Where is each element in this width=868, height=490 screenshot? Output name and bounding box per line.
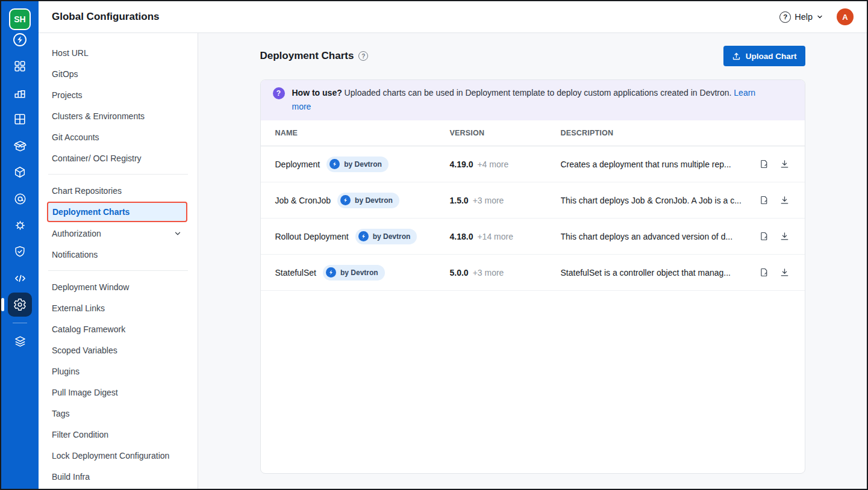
devtron-badge-icon [340, 195, 351, 205]
chart-name: StatefulSet [275, 268, 317, 278]
sidebar-item-lock-deployment-configuration[interactable]: Lock Deployment Configuration [39, 445, 198, 466]
column-description: DESCRIPTION [561, 129, 751, 137]
chevron-down-icon [816, 13, 823, 20]
sidebar-item-notifications[interactable]: Notifications [39, 244, 198, 265]
chart-description: This chart deploys an advanced version o… [561, 232, 751, 241]
question-badge-icon: ? [273, 87, 285, 99]
chart-name: Rollout Deployment [275, 232, 349, 241]
sidebar-item-scoped-variables[interactable]: Scoped Variables [39, 340, 198, 361]
download-chart-icon[interactable] [779, 195, 790, 206]
more-versions[interactable]: +4 more [477, 160, 508, 169]
sidebar-item-gitops[interactable]: GitOps [39, 63, 198, 84]
devtron-badge-icon [329, 159, 340, 169]
sidebar-item-build-infra[interactable]: Build Infra [39, 466, 198, 487]
sidebar-item-pull-image-digest[interactable]: Pull Image Digest [39, 382, 198, 403]
app-group-icon[interactable] [8, 79, 32, 106]
help-icon: ? [779, 11, 791, 23]
sidebar-item-host-url[interactable]: Host URL [39, 42, 198, 63]
selected-item-highlight[interactable]: Deployment Charts [47, 202, 187, 222]
column-name: NAME [275, 129, 450, 137]
more-versions[interactable]: +3 more [473, 196, 504, 205]
resource-browser-icon[interactable] [8, 159, 32, 185]
rail-divider [13, 323, 27, 323]
chart-row[interactable]: Deployment by Devtron 4.19.0+4 more Crea… [261, 146, 805, 182]
chart-version: 4.18.0 [450, 232, 473, 241]
more-versions[interactable]: +3 more [473, 268, 504, 278]
by-devtron-badge: by Devtron [337, 193, 399, 208]
by-devtron-badge: by Devtron [326, 157, 389, 172]
chart-row[interactable]: Rollout Deployment by Devtron 4.18.0+14 … [261, 219, 805, 255]
devtron-badge-icon [358, 231, 369, 241]
chart-name: Job & CronJob [275, 196, 331, 205]
help-label: Help [795, 12, 813, 22]
by-devtron-badge: by Devtron [323, 265, 385, 281]
shield-check-icon[interactable] [8, 238, 32, 265]
sidebar-item-projects[interactable]: Projects [39, 84, 198, 105]
top-header: Global Configurations ? Help A [39, 1, 867, 33]
column-version: VERSION [450, 129, 561, 137]
chart-row[interactable]: Job & CronJob by Devtron 1.5.0+3 more Th… [261, 182, 805, 219]
how-to-use-banner: ? How to use? Uploaded charts can be use… [261, 80, 805, 120]
sidebar-item-chart-repositories[interactable]: Chart Repositories [39, 180, 198, 201]
chart-description: This chart deploys Job & CronJob. A Job … [561, 196, 751, 205]
chart-store-icon[interactable] [8, 132, 32, 159]
sidebar-item-container-oci-registry[interactable]: Container/ OCI Registry [39, 147, 198, 169]
chevron-down-icon [173, 229, 182, 238]
nav-rail: SH [1, 1, 39, 489]
devtron-logo-icon[interactable] [11, 31, 28, 48]
preview-values-icon[interactable] [759, 195, 770, 206]
sidebar-item-authorization[interactable]: Authorization [39, 223, 198, 244]
page-title: Global Configurations [52, 11, 160, 23]
section-title: Deployment Charts [260, 50, 354, 62]
table-header: NAME VERSION DESCRIPTION [261, 120, 805, 146]
sidebar-divider [48, 174, 188, 175]
chart-version: 1.5.0 [450, 196, 469, 205]
sidebar-item-external-links[interactable]: External Links [39, 297, 198, 318]
sidebar-divider [48, 270, 188, 271]
org-logo[interactable]: SH [9, 8, 31, 30]
chart-description: Creates a deployment that runs multiple … [561, 160, 751, 169]
chart-version: 4.19.0 [450, 160, 473, 169]
devtron-badge-icon [326, 267, 336, 278]
app-window: SH [0, 0, 868, 490]
chart-name: Deployment [275, 160, 320, 169]
download-chart-icon[interactable] [779, 231, 790, 242]
upload-icon [732, 52, 741, 61]
sidebar-item-filter-condition[interactable]: Filter Condition [39, 424, 198, 445]
preview-values-icon[interactable] [759, 159, 770, 170]
more-versions[interactable]: +14 more [477, 232, 513, 241]
sidebar-item-tags[interactable]: Tags [39, 403, 198, 424]
sidebar-item-deployment-charts[interactable]: Deployment Charts [39, 201, 198, 223]
wheel-icon[interactable] [8, 212, 32, 238]
sidebar-item-git-accounts[interactable]: Git Accounts [39, 126, 198, 147]
by-devtron-badge: by Devtron [355, 229, 417, 244]
upload-chart-button[interactable]: Upload Chart [723, 46, 805, 66]
preview-values-icon[interactable] [759, 267, 770, 278]
help-menu[interactable]: ? Help [779, 11, 823, 23]
jobs-icon[interactable] [8, 106, 32, 132]
charts-card: ? How to use? Uploaded charts can be use… [260, 79, 805, 474]
code-icon[interactable] [8, 265, 32, 291]
sidebar-item-deployment-window[interactable]: Deployment Window [39, 276, 198, 297]
sidebar-item-plugins[interactable]: Plugins [39, 361, 198, 382]
sidebar-item-clusters-environments[interactable]: Clusters & Environments [39, 105, 198, 126]
section-help-icon[interactable]: ? [358, 51, 368, 61]
chart-version: 5.0.0 [450, 268, 469, 278]
apps-icon[interactable] [8, 53, 32, 79]
banner-bold-text: How to use? [292, 88, 342, 98]
download-chart-icon[interactable] [779, 267, 790, 278]
config-sidebar: Host URL GitOps Projects Clusters & Envi… [39, 33, 198, 489]
preview-values-icon[interactable] [759, 231, 770, 242]
chart-row[interactable]: StatefulSet by Devtron 5.0.0+3 more Stat… [261, 255, 805, 291]
banner-text: Uploaded charts can be used in Deploymen… [342, 88, 734, 98]
global-config-gear-icon[interactable] [8, 293, 32, 317]
chart-description: StatefulSet is a controller object that … [561, 268, 751, 278]
download-chart-icon[interactable] [779, 159, 790, 170]
main-content: Deployment Charts ? Upload Chart ? [198, 33, 867, 489]
stack-manager-icon[interactable] [8, 328, 32, 355]
sidebar-item-catalog-framework[interactable]: Catalog Framework [39, 318, 198, 340]
avatar[interactable]: A [837, 8, 854, 25]
at-circle-icon[interactable] [8, 185, 32, 212]
active-nav-indicator [1, 298, 4, 311]
